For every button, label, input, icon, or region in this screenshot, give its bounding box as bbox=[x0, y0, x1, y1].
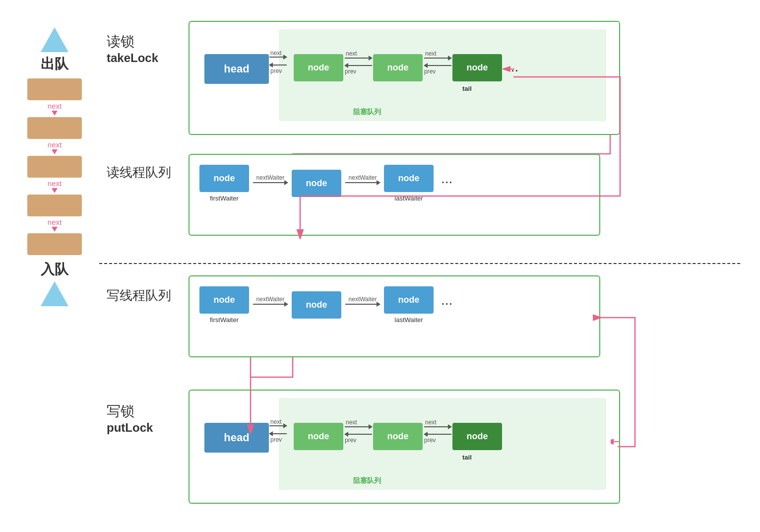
take-head-bwd-line bbox=[269, 65, 287, 66]
write-first-waiter-label: firstWaiter bbox=[210, 316, 239, 324]
take-arrow-1-line-fwd bbox=[345, 58, 372, 59]
take-pink-arrow-in bbox=[502, 62, 517, 78]
take-arrow-1-next: next bbox=[346, 50, 357, 57]
take-arrow-2-line-bwd bbox=[424, 65, 451, 66]
write-lock-label: 写锁 putLock bbox=[107, 402, 153, 435]
read-queue-inner: node firstWaiter nextWaiter node nextWai… bbox=[199, 162, 589, 202]
read-lock-label: 读锁 takeLock bbox=[107, 32, 158, 65]
read-first-waiter-label: firstWaiter bbox=[210, 195, 239, 202]
take-arrow-2-prev: prev bbox=[424, 68, 436, 75]
put-node-2: node bbox=[373, 423, 423, 450]
write-queue-box: node firstWaiter nextWaiter node nextWai… bbox=[189, 275, 600, 357]
next-label-3: next bbox=[48, 179, 62, 188]
dequeue-arrow bbox=[41, 27, 68, 52]
queue-block-2 bbox=[27, 117, 82, 139]
take-head-fwd-line bbox=[269, 57, 287, 58]
queue-block-3 bbox=[27, 156, 82, 178]
next-arrow-3 bbox=[52, 188, 58, 193]
write-next-waiter-1: nextWaiter bbox=[253, 296, 288, 305]
write-queue-label: 写线程队列 bbox=[107, 287, 171, 304]
put-head-node: head bbox=[204, 423, 269, 453]
write-waiter-node-3: node bbox=[384, 286, 434, 314]
read-waiter-node-2: node bbox=[292, 170, 341, 197]
enqueue-label: 入队 bbox=[41, 260, 68, 279]
put-lock-inner: node next prev node next prev node tail … bbox=[279, 398, 606, 490]
read-next-waiter-2: nextWaiter bbox=[345, 174, 380, 183]
take-blocking-label: 阻塞队列 bbox=[353, 108, 381, 117]
put-lock-box: node next prev node next prev node tail … bbox=[189, 390, 620, 504]
write-waiter-node-1: node bbox=[199, 286, 249, 314]
next-arrow-2 bbox=[52, 149, 58, 154]
dotted-divider bbox=[99, 263, 740, 264]
next-label-1: next bbox=[48, 102, 62, 110]
write-waiter-node-2: node bbox=[292, 291, 341, 319]
next-arrow-4 bbox=[52, 227, 58, 232]
enqueue-arrow bbox=[41, 281, 68, 306]
queue-block-5 bbox=[27, 233, 82, 255]
take-lock-inner: node next prev node next prev node bbox=[279, 29, 606, 121]
write-ellipsis: ... bbox=[441, 292, 452, 308]
take-arrow-1-line-bwd bbox=[345, 65, 372, 66]
take-arrow-2-next: next bbox=[425, 50, 437, 57]
take-node-2: node bbox=[373, 54, 423, 81]
write-next-waiter-2: nextWaiter bbox=[345, 296, 380, 305]
read-queue-label: 读线程队列 bbox=[107, 164, 171, 181]
next-label-2: next bbox=[48, 140, 62, 149]
take-head-arrow-prev: prev bbox=[270, 67, 282, 74]
next-label-4: next bbox=[48, 218, 62, 226]
take-node-3: node bbox=[452, 54, 502, 81]
read-waiter-node-1: node bbox=[199, 165, 249, 192]
dequeue-label: 出队 bbox=[41, 55, 68, 73]
read-waiter-node-3: node bbox=[384, 165, 434, 192]
take-head-node: head bbox=[204, 54, 269, 84]
put-node-1: node bbox=[294, 423, 343, 450]
read-last-waiter-label: lastWaiter bbox=[394, 195, 423, 202]
queue-block-1 bbox=[27, 78, 82, 100]
take-tail-label: tail bbox=[462, 85, 472, 92]
write-last-waiter-label: lastWaiter bbox=[394, 316, 423, 324]
take-head-arrow-next: next bbox=[270, 50, 282, 57]
next-arrow-1 bbox=[52, 111, 58, 116]
left-queue-column: 出队 next next next next 入队 bbox=[27, 27, 82, 306]
take-arrow-1-prev: prev bbox=[345, 68, 356, 75]
take-lock-box: node next prev node next prev node bbox=[189, 21, 620, 135]
read-next-waiter-1: nextWaiter bbox=[253, 174, 288, 183]
read-queue-box: node firstWaiter nextWaiter node nextWai… bbox=[189, 154, 600, 236]
main-container: 出队 next next next next 入队 读锁 takeLock bbox=[0, 0, 760, 532]
read-ellipsis: ... bbox=[441, 171, 452, 187]
take-arrow-2-line-fwd bbox=[424, 58, 451, 59]
put-blocking-label: 阻塞队列 bbox=[353, 476, 381, 485]
put-pink-arrow-in bbox=[611, 434, 621, 451]
put-tail-label: tail bbox=[462, 454, 472, 461]
write-queue-inner: node firstWaiter nextWaiter node nextWai… bbox=[199, 284, 589, 324]
put-node-3: node bbox=[452, 423, 502, 450]
take-node-1: node bbox=[294, 54, 343, 81]
queue-block-4 bbox=[27, 195, 82, 216]
